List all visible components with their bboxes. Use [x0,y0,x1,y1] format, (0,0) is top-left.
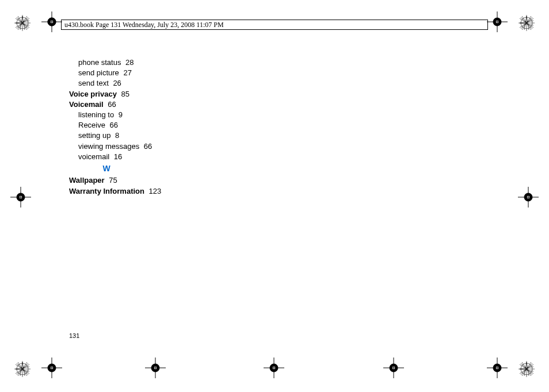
index-page: 123 [149,187,162,195]
index-entry: Voice privacy 85 [69,89,161,99]
index-section-letter: W [69,163,144,175]
index-entry: Wallpaper 75 [69,175,161,186]
index-entry: viewing messages 66 [78,141,161,152]
crop-mark-icon [41,358,62,381]
index-page: 9 [119,110,123,119]
index-entry: listening to 9 [78,110,161,120]
index-content: phone status 28 send picture 27 send tex… [69,57,161,197]
index-entry: setting up 8 [78,130,161,141]
index-label: setting up [78,131,110,140]
crop-mark-icon [518,187,539,210]
index-page: 66 [110,121,118,129]
index-label: send picture [78,68,119,77]
index-label: Receive [78,121,105,129]
index-label: Wallpaper [69,176,105,185]
index-entry: send picture 27 [78,68,161,78]
crop-mark-icon [487,11,508,34]
index-label: viewing messages [78,142,139,151]
index-page: 75 [109,176,117,185]
crop-mark-icon [145,358,166,381]
registration-mark-icon [13,14,32,32]
crop-mark-icon [10,187,31,210]
index-page: 85 [121,90,129,98]
page-header-text: u430.book Page 131 Wednesday, July 23, 2… [64,21,224,29]
registration-mark-icon [13,360,32,378]
index-entry: Warranty Information 123 [69,186,161,197]
index-label: phone status [78,58,121,67]
index-label: Warranty Information [69,187,144,195]
index-page: 66 [108,100,116,109]
index-page: 26 [113,79,121,87]
index-page: 27 [123,68,131,77]
index-page: 66 [144,142,152,151]
page-header-bar: u430.book Page 131 Wednesday, July 23, 2… [61,20,488,30]
index-label: Voice privacy [69,90,117,98]
registration-mark-icon [517,360,536,378]
index-entry: phone status 28 [78,57,161,68]
registration-mark-icon [517,14,536,32]
page-number: 131 [69,332,79,339]
index-label: listening to [78,110,114,119]
index-page: 16 [114,152,122,161]
index-page: 28 [125,58,134,67]
crop-mark-icon [41,11,62,34]
index-entry: send text 26 [78,78,161,89]
index-label: Voicemail [69,100,104,109]
crop-mark-icon [264,358,284,381]
index-label: voicemail [78,152,109,161]
index-entry: Receive 66 [78,120,161,130]
index-entry: Voicemail 66 [69,99,161,110]
index-page: 8 [115,131,119,140]
index-label: send text [78,79,109,87]
crop-mark-icon [487,358,508,381]
crop-mark-icon [383,358,404,381]
index-entry: voicemail 16 [78,152,161,162]
